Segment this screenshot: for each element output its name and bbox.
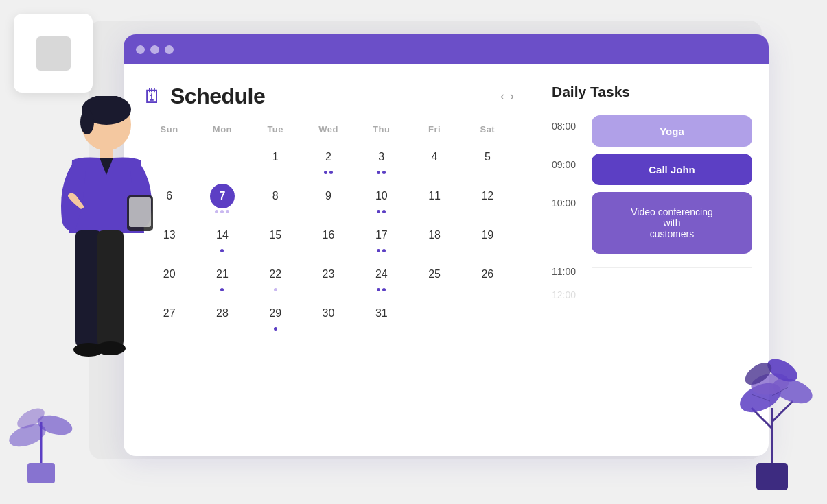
window-dot-2[interactable] [150, 45, 159, 54]
day-number: 16 [316, 223, 340, 248]
day-number: 23 [316, 262, 340, 287]
event-dot [377, 288, 380, 291]
calendar-day[interactable]: 10 [355, 179, 408, 218]
title-bar [124, 34, 769, 64]
event-dot [382, 249, 386, 252]
calendar-day[interactable]: 30 [302, 296, 355, 335]
svg-rect-12 [97, 230, 124, 347]
calendar-grid: SunMonTueWedThuFriSat1234567891011121314… [143, 124, 514, 335]
task-card-calljohn[interactable]: Call John [592, 154, 752, 185]
task-time: 09:00 [552, 154, 582, 170]
event-dot [220, 249, 224, 252]
day-header-sat: Sat [461, 124, 514, 140]
plant-right [727, 333, 817, 497]
calendar-day[interactable]: 22 [249, 257, 302, 296]
calendar-day[interactable]: 19 [461, 218, 514, 257]
calendar-day[interactable]: 14 [196, 218, 248, 257]
calendar-day[interactable]: 7 [196, 179, 248, 218]
day-number: 8 [263, 184, 288, 208]
day-number: 11 [422, 184, 447, 208]
calendar-day[interactable]: 24 [355, 257, 408, 296]
calendar-day [408, 296, 461, 335]
svg-rect-0 [27, 463, 55, 483]
event-dot [324, 171, 327, 174]
card-placeholder [36, 36, 71, 71]
calendar-day[interactable]: 16 [302, 218, 355, 257]
event-dot [382, 288, 386, 291]
day-number: 18 [422, 223, 447, 248]
calendar-day[interactable]: 3 [355, 140, 408, 179]
calendar-header: 🗓 Schedule ‹ › [143, 84, 514, 109]
calendar-day [196, 140, 248, 179]
day-number: 2 [316, 145, 340, 169]
calendar-title: Schedule [170, 84, 265, 109]
calendar-day[interactable]: 15 [249, 218, 302, 257]
event-dots [196, 288, 248, 291]
task-time: 08:00 [552, 115, 582, 132]
svg-point-7 [80, 110, 94, 134]
day-number: 22 [263, 262, 288, 287]
calendar-day[interactable]: 5 [461, 140, 514, 179]
day-number: 9 [316, 184, 340, 208]
day-number: 4 [422, 145, 447, 169]
calendar-day [461, 296, 514, 335]
day-number: 17 [369, 223, 394, 248]
event-dot [382, 210, 386, 213]
window-body: 🗓 Schedule ‹ › SunMonTueWedThuFriSat1234… [124, 64, 769, 456]
event-dots [355, 249, 408, 252]
event-dots [302, 171, 355, 174]
app-window: 🗓 Schedule ‹ › SunMonTueWedThuFriSat1234… [124, 34, 769, 456]
event-dots [249, 327, 302, 331]
calendar-day[interactable]: 2 [302, 140, 355, 179]
task-row: 09:00Call John [552, 154, 752, 185]
day-header-fri: Fri [408, 124, 461, 140]
calendar-day[interactable]: 12 [461, 179, 514, 218]
event-dot [377, 210, 380, 213]
nav-arrows: ‹ › [500, 89, 514, 104]
event-dots [355, 288, 408, 291]
day-number: 31 [369, 301, 394, 326]
svg-rect-10 [129, 197, 151, 227]
svg-rect-15 [756, 463, 788, 490]
day-number: 10 [369, 184, 394, 208]
day-number: 21 [210, 262, 235, 287]
task-time: 12:00 [552, 284, 582, 300]
task-row: 12:00 [552, 284, 752, 300]
calendar-day[interactable]: 17 [355, 218, 408, 257]
calendar-day[interactable]: 4 [408, 140, 461, 179]
day-header-mon: Mon [196, 124, 248, 140]
event-dot [220, 210, 224, 213]
calendar-day[interactable]: 9 [302, 179, 355, 218]
day-number: 19 [475, 223, 500, 248]
calendar-day[interactable]: 31 [355, 296, 408, 335]
calendar-day[interactable]: 8 [249, 179, 302, 218]
nav-prev-button[interactable]: ‹ [500, 89, 504, 104]
calendar-day[interactable]: 25 [408, 257, 461, 296]
nav-next-button[interactable]: › [510, 89, 514, 104]
day-header-wed: Wed [302, 124, 355, 140]
window-dot-1[interactable] [136, 45, 145, 54]
calendar-day[interactable]: 29 [249, 296, 302, 335]
calendar-day[interactable]: 21 [196, 257, 248, 296]
day-number: 5 [475, 145, 500, 169]
day-header-tue: Tue [249, 124, 302, 140]
calendar-day[interactable]: 23 [302, 257, 355, 296]
task-card-video[interactable]: Video conferencing with customers [592, 192, 752, 254]
event-dot [382, 171, 386, 174]
calendar-day[interactable]: 18 [408, 218, 461, 257]
day-number [210, 145, 235, 169]
day-header-thu: Thu [355, 124, 408, 140]
task-card-yoga[interactable]: Yoga [592, 115, 752, 147]
window-dot-3[interactable] [165, 45, 174, 54]
calendar-day[interactable]: 26 [461, 257, 514, 296]
event-dot [215, 210, 218, 213]
event-dot [226, 210, 229, 213]
event-dots [355, 171, 408, 174]
calendar-day[interactable]: 1 [249, 140, 302, 179]
day-number: 26 [475, 262, 500, 287]
calendar-day[interactable]: 11 [408, 179, 461, 218]
event-dots [196, 210, 248, 213]
calendar-day[interactable]: 28 [196, 296, 248, 335]
event-dot [274, 327, 277, 331]
day-number: 30 [316, 301, 340, 326]
